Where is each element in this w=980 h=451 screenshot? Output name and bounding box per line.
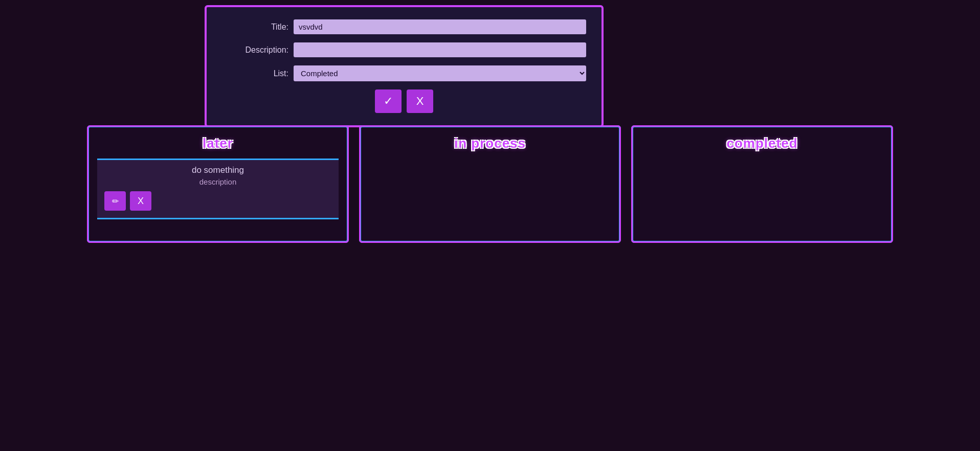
edit-task-button[interactable]: ✏	[104, 191, 126, 211]
cancel-button[interactable]: X	[407, 89, 433, 113]
delete-task-button[interactable]: X	[130, 191, 151, 211]
list-label: List:	[222, 69, 288, 78]
title-label: Title:	[222, 22, 288, 32]
confirm-button[interactable]: ✓	[375, 89, 402, 113]
task-title: do something	[104, 165, 331, 175]
title-input[interactable]	[294, 19, 586, 34]
column-later-title: later	[97, 136, 339, 151]
edit-form-panel: Title: Description: List: Later In Proce…	[205, 5, 604, 127]
column-completed: completed	[631, 125, 893, 243]
column-in-process: in process	[359, 125, 621, 243]
column-in-process-title: in process	[369, 136, 611, 151]
column-later: later do something description ✏ X	[87, 125, 349, 243]
pencil-icon: ✏	[112, 196, 119, 206]
task-description: description	[104, 177, 331, 186]
x-icon: X	[138, 196, 144, 207]
list-select[interactable]: Later In Process Completed	[294, 65, 586, 81]
kanban-board: later do something description ✏ X in pr…	[87, 125, 893, 243]
description-label: Description:	[222, 46, 288, 55]
description-input[interactable]	[294, 42, 586, 57]
column-completed-title: completed	[641, 136, 883, 151]
task-card: do something description ✏ X	[97, 159, 339, 219]
